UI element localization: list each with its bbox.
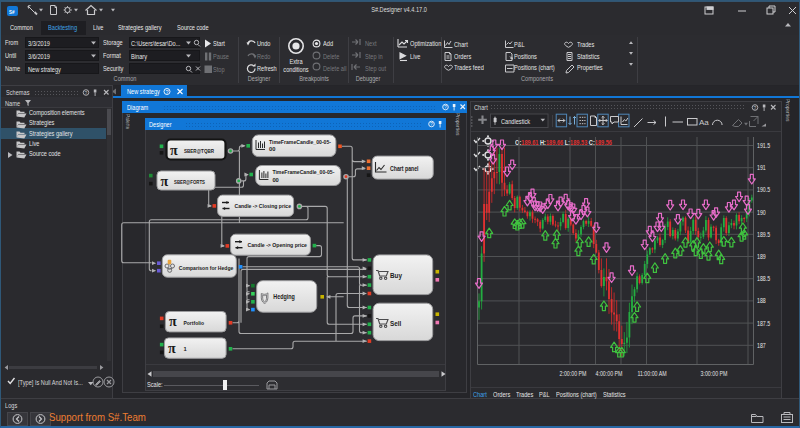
svg-text:TimeFrameCandle_00-05-: TimeFrameCandle_00-05- bbox=[269, 139, 331, 145]
svg-text:Chart panel: Chart panel bbox=[390, 165, 419, 173]
svg-text:Hedging: Hedging bbox=[273, 293, 295, 301]
svg-text:Comparison for Hedge: Comparison for Hedge bbox=[179, 265, 234, 271]
svg-text:00: 00 bbox=[269, 146, 275, 152]
svg-text:Sell: Sell bbox=[390, 320, 401, 327]
svg-text:π: π bbox=[161, 174, 169, 189]
svg-text:Candle -> Opening price: Candle -> Opening price bbox=[248, 242, 308, 248]
svg-text:?: ? bbox=[444, 104, 447, 110]
svg-text:TimeFrameCandle_00-05-: TimeFrameCandle_00-05- bbox=[272, 169, 334, 175]
svg-text:π: π bbox=[169, 314, 177, 329]
svg-text:π: π bbox=[170, 143, 178, 158]
svg-text:00: 00 bbox=[272, 177, 278, 183]
svg-text:SBER@TQBR: SBER@TQBR bbox=[184, 148, 214, 154]
svg-text:SBER@FORTS: SBER@FORTS bbox=[174, 179, 205, 185]
svg-text:?: ? bbox=[165, 89, 168, 95]
svg-text:Candle -> Closing price: Candle -> Closing price bbox=[235, 203, 292, 209]
svg-text:Buy: Buy bbox=[390, 272, 402, 280]
svg-text:?: ? bbox=[85, 90, 88, 96]
svg-text:Portfolio: Portfolio bbox=[184, 320, 205, 326]
svg-text:π: π bbox=[168, 341, 176, 356]
svg-text:?: ? bbox=[430, 121, 433, 127]
